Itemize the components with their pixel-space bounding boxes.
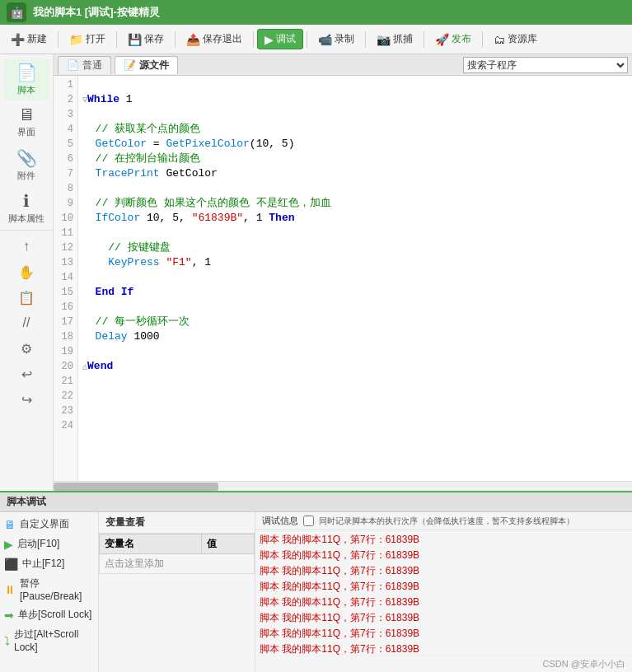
code-line-20: △Wend	[82, 359, 628, 374]
start-icon: ▶	[4, 538, 13, 551]
sep3	[175, 31, 176, 48]
debug-info-panel: 调试信息 同时记录脚本本的执行次序（会降低执行速度，暂不支持多线程脚本） 脚本 …	[255, 512, 632, 672]
open-button[interactable]: 📁 打开	[62, 29, 113, 49]
record-icon: 📹	[318, 33, 332, 46]
stepover-icon: ⤵	[4, 634, 10, 647]
stop-action[interactable]: ⬛ 中止[F12]	[4, 556, 94, 572]
step-action[interactable]: ➡ 单步[Scroll Lock]	[4, 607, 94, 623]
normal-tab-icon: 📄	[67, 59, 79, 71]
code-line-17: // 每一秒循环一次	[82, 315, 628, 329]
sep6	[365, 31, 366, 48]
var-col-name: 变量名	[100, 534, 202, 554]
stop-icon: ⬛	[4, 558, 18, 571]
custom-ui-icon: 🖥	[4, 518, 16, 531]
code-line-4: // 获取某个点的颜色	[82, 122, 628, 137]
var-add-cell[interactable]: 点击这里添加	[100, 554, 255, 574]
search-subroutine-select[interactable]: 搜索子程序	[463, 57, 628, 73]
pause-action[interactable]: ⏸ 暂停[Pause/Break]	[4, 576, 94, 603]
debug-actions: 🖥 自定义界面 ▶ 启动[F10] ⬛ 中止[F12] ⏸ 暂停[Pause/B…	[0, 512, 99, 672]
tab-normal[interactable]: 📄 普通	[58, 56, 111, 74]
line-num-10: 10	[54, 211, 77, 226]
sep5	[307, 31, 307, 48]
line-num-20: 20	[54, 359, 77, 374]
capture-icon: 📷	[377, 33, 391, 46]
debug-log: 脚本 我的脚本11Q，第7行：61839B脚本 我的脚本11Q，第7行：6183…	[255, 530, 632, 656]
wend-kw: Wend	[87, 360, 113, 372]
code-line-14	[82, 270, 628, 285]
code-content[interactable]: ▽While 1 // 获取某个点的颜色 GetColor = GetPixel…	[78, 76, 632, 481]
new-button[interactable]: ➕ 新建	[3, 29, 54, 49]
horizontal-scrollbar[interactable]	[54, 481, 632, 491]
script-icon: 📄	[16, 63, 37, 82]
stepover-action[interactable]: ⤵ 步过[Alt+Scroll Lock]	[4, 627, 94, 654]
code-line-19	[82, 344, 628, 359]
resources-button[interactable]: 🗂 资源库	[486, 29, 545, 49]
debug-panel: 脚本调试 🖥 自定义界面 ▶ 启动[F10] ⬛ 中止[F12] ⏸ 暂停[Pa…	[0, 491, 632, 672]
sidebar-item-script[interactable]: 📄 脚本	[4, 58, 49, 100]
while-kw: While	[87, 93, 119, 105]
record-button[interactable]: 📹 录制	[311, 29, 362, 49]
line-num-6: 6	[54, 152, 77, 166]
code-line-7: TracePrint GetColor	[82, 166, 628, 181]
line-num-13: 13	[54, 255, 77, 270]
publish-button[interactable]: 🚀 发布	[428, 29, 479, 49]
resources-icon: 🗂	[494, 33, 505, 46]
log-line: 脚本 我的脚本11Q，第7行：61839B	[260, 532, 628, 548]
new-icon: ➕	[11, 33, 25, 46]
line-num-2: 2	[54, 92, 77, 107]
sidebar-item-attachment[interactable]: 📎 附件	[4, 144, 49, 185]
var-col-value: 值	[202, 534, 255, 554]
sep1	[58, 31, 59, 48]
tab-search: 搜索子程序	[463, 57, 628, 73]
code-line-24	[82, 418, 628, 433]
code-line-2: ▽While 1	[82, 92, 628, 107]
code-line-15: End If	[82, 285, 628, 300]
code-line-18: Delay 1000	[82, 329, 628, 344]
tool-paste[interactable]: 📋	[14, 286, 39, 309]
toolbar: ➕ 新建 📁 打开 💾 保存 📤 保存退出 ▶ 调试 📹 录制 📷 抓捕 🚀 发…	[0, 25, 632, 54]
code-line-21	[82, 374, 628, 389]
tab-source[interactable]: 📝 源文件	[115, 56, 178, 74]
save-button[interactable]: 💾 保存	[120, 29, 171, 49]
save-exit-button[interactable]: 📤 保存退出	[179, 29, 250, 49]
start-action[interactable]: ▶ 启动[F10]	[4, 536, 94, 552]
sep7	[424, 31, 424, 48]
code-editor[interactable]: 1 2 3 4 5 6 7 8 9 10 11 12 13 14 15 16 1…	[54, 76, 632, 481]
line-num-21: 21	[54, 374, 77, 389]
log-line: 脚本 我的脚本11Q，第7行：61839B	[260, 563, 628, 579]
custom-ui-action[interactable]: 🖥 自定义界面	[4, 516, 94, 532]
debug-info-header: 调试信息 同时记录脚本本的执行次序（会降低执行速度，暂不支持多线程脚本）	[255, 512, 632, 530]
window-title: 我的脚本1 [调试]-按键精灵	[33, 5, 160, 20]
var-add-row[interactable]: 点击这里添加	[100, 554, 255, 574]
sidebar-item-interface[interactable]: 🖥 界面	[4, 101, 49, 142]
log-line: 脚本 我的脚本11Q，第7行：61839B	[260, 626, 628, 642]
code-line-10: IfColor 10, 5, "61839B", 1 Then	[82, 211, 628, 226]
properties-icon: ℹ	[23, 191, 30, 211]
line-num-24: 24	[54, 418, 77, 433]
tool-undo[interactable]: ↩	[14, 362, 39, 385]
tool-gear[interactable]: ⚙	[14, 337, 39, 360]
tool-hand[interactable]: ✋	[14, 260, 39, 283]
line-num-14: 14	[54, 270, 77, 285]
debug-button[interactable]: ▶ 调试	[257, 29, 303, 49]
tool-up[interactable]: ↑	[14, 235, 39, 258]
save-exit-icon: 📤	[186, 33, 200, 46]
attachment-icon: 📎	[16, 148, 37, 168]
log-checkbox[interactable]	[303, 516, 314, 526]
sep4	[253, 31, 254, 48]
tool-comment[interactable]: //	[14, 311, 39, 334]
sidebar-tools: ↑ ✋ 📋 // ⚙ ↩ ↪	[0, 230, 53, 411]
scrollbar-thumb[interactable]	[54, 483, 218, 491]
line-num-9: 9	[54, 196, 77, 211]
editor-container: 📄 普通 📝 源文件 搜索子程序 1 2 3 4 5 6 7 8 9	[54, 54, 632, 491]
sidebar-item-properties[interactable]: ℹ 脚本属性	[4, 187, 49, 228]
tool-redo[interactable]: ↪	[14, 388, 39, 411]
log-line: 脚本 我的脚本11Q，第7行：61839B	[260, 610, 628, 626]
code-line-11	[82, 226, 628, 240]
capture-button[interactable]: 📷 抓捕	[369, 29, 420, 49]
code-line-9: // 判断颜色 如果这个点的颜色 不是红色，加血	[82, 196, 628, 211]
code-line-8	[82, 181, 628, 196]
publish-icon: 🚀	[435, 33, 449, 46]
line-num-19: 19	[54, 344, 77, 359]
interface-icon: 🖥	[18, 105, 35, 124]
